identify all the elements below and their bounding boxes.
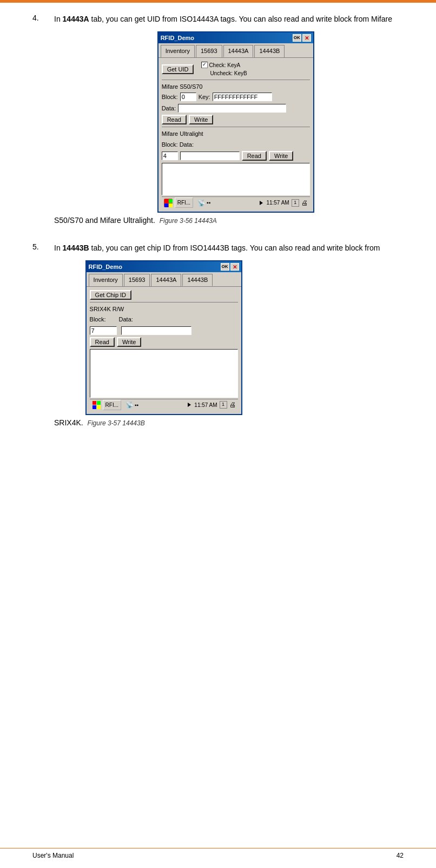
- dialog-titlebar-1: RFID_Demo OK ✕: [158, 32, 313, 43]
- figure-caption-2: Figure 3-57 14443B: [85, 418, 242, 428]
- write-button-2[interactable]: Write: [269, 151, 293, 161]
- item-text-before-4: In: [54, 15, 63, 23]
- antenna-icon-2: 📡: [125, 400, 134, 410]
- get-chip-id-row: Get Chip ID: [90, 290, 238, 300]
- tab-inventory-1[interactable]: Inventory: [161, 45, 195, 57]
- block-label-1: Block:: [162, 93, 178, 102]
- taskbar-time-1: 11:57 AM 1 🖨: [260, 198, 307, 208]
- checkbox-keya[interactable]: ✓ Check: KeyA: [201, 61, 247, 69]
- write-button-3[interactable]: Write: [117, 337, 141, 347]
- get-uid-button[interactable]: Get UID: [162, 64, 194, 74]
- write-button-1[interactable]: Write: [189, 115, 213, 124]
- figure-caption-1: Figure 3-56 14443A: [157, 216, 314, 226]
- key-input-1[interactable]: [213, 93, 272, 101]
- taskbar-time-2: 11:57 AM 1 🖨: [188, 400, 235, 410]
- read-write-row-2: Read Write: [90, 337, 238, 347]
- item-text-before-5: In: [54, 244, 63, 252]
- antenna-icon-1: 📡: [197, 198, 206, 208]
- tab-15693-2[interactable]: 15693: [124, 274, 150, 286]
- taskbar-app-1[interactable]: RFI...: [175, 198, 193, 208]
- taskbar-1: RFI... 📡 ▪▪ 11:57 AM 1 🖨: [162, 196, 310, 208]
- tab-14443b-1[interactable]: 14443B: [254, 45, 285, 57]
- ultralight-row: Block: Data:: [162, 140, 310, 149]
- dialog-title-buttons-2: OK ✕: [221, 263, 239, 271]
- get-uid-row: Get UID ✓ Check: KeyA Uncheck: KeyB: [162, 61, 310, 77]
- dialog-titlebar-2: RFID_Demo OK ✕: [87, 261, 241, 272]
- page-content: 4. In 14443A tab, you can get UID from I…: [0, 3, 436, 477]
- item-bold-4: 14443A: [63, 15, 89, 23]
- taskbar-2: RFI... 📡 ▪▪ 11:57 AM 1 🖨: [90, 399, 238, 411]
- dialog-body-1: Get UID ✓ Check: KeyA Uncheck: KeyB: [158, 58, 313, 212]
- checkbox-box-1: ✓: [201, 62, 208, 68]
- ultralight-data-input[interactable]: [180, 152, 240, 160]
- time-label-2: 11:57 AM: [194, 401, 217, 409]
- separator-1: [162, 80, 310, 80]
- srix-block-data-row: Block: Data:: [90, 315, 238, 324]
- ok-button-1[interactable]: OK: [293, 34, 301, 42]
- tab-14443a-1[interactable]: 14443A: [223, 45, 254, 57]
- mifare-ul-label: Mifare Ultralight: [162, 129, 310, 139]
- svg-rect-1: [169, 199, 173, 203]
- close-button-2[interactable]: ✕: [230, 263, 239, 271]
- figure-container-1: RFID_Demo OK ✕ Inventory 15693 14443A 14…: [157, 31, 314, 226]
- data-label-1: Data:: [162, 104, 176, 113]
- tab-14443b-2[interactable]: 14443B: [182, 274, 213, 286]
- separator-2: [162, 127, 310, 127]
- srix-inputs-row: [90, 326, 238, 335]
- output-area-2: [90, 349, 238, 398]
- block-data-label: Block: Data:: [162, 140, 194, 149]
- block-input-1[interactable]: [180, 93, 196, 101]
- start-button-2[interactable]: [92, 400, 101, 409]
- tab-inventory-2[interactable]: Inventory: [89, 274, 123, 286]
- svg-rect-7: [97, 405, 101, 409]
- mifare-s50-label: Mifare S50/S70: [162, 82, 310, 91]
- srix-block-input[interactable]: [90, 326, 117, 335]
- ultralight-block-input[interactable]: [162, 152, 178, 160]
- svg-rect-5: [97, 401, 101, 405]
- srix4k-label: SRIX4K R/W: [90, 305, 238, 314]
- ok-button-2[interactable]: OK: [221, 263, 229, 271]
- dialog-14443a: RFID_Demo OK ✕ Inventory 15693 14443A 14…: [157, 31, 314, 213]
- dialog-title-buttons-1: OK ✕: [293, 34, 311, 42]
- printer-icon-1: 🖨: [301, 198, 308, 208]
- arrow-icon-2: [188, 403, 191, 407]
- svg-rect-0: [164, 199, 168, 203]
- item-bold-5: 14443B: [63, 244, 89, 252]
- srix-data-input[interactable]: [121, 326, 191, 335]
- signal-icon-2: ▪▪: [135, 401, 138, 409]
- ultralight-inputs-row: Read Write: [162, 151, 310, 161]
- data-input-1[interactable]: [178, 104, 286, 113]
- svg-rect-3: [169, 203, 173, 207]
- tab-14443a-2[interactable]: 14443A: [151, 274, 181, 286]
- arrow-icon-1: [260, 201, 263, 205]
- data-row-1: Data:: [162, 104, 310, 113]
- get-chip-id-button[interactable]: Get Chip ID: [90, 290, 131, 300]
- read-write-row-1: Read Write: [162, 115, 310, 124]
- start-button-1[interactable]: [164, 199, 173, 207]
- block-label-2: Block:: [90, 315, 106, 324]
- printer-icon-2: 🖨: [229, 400, 236, 410]
- svg-rect-6: [93, 405, 96, 409]
- page-footer: User's Manual 42: [0, 848, 436, 863]
- read-button-2[interactable]: Read: [242, 151, 267, 161]
- read-button-1[interactable]: Read: [162, 115, 187, 124]
- key-label-1: Key:: [199, 93, 210, 102]
- footer-left: User's Manual: [32, 852, 74, 859]
- tab-15693-1[interactable]: 15693: [196, 45, 222, 57]
- dialog-tabs-1: Inventory 15693 14443A 14443B: [158, 43, 313, 58]
- item-text-5: In 14443B tab, you can get chip ID from …: [54, 242, 404, 429]
- read-button-3[interactable]: Read: [90, 337, 115, 347]
- close-button-1[interactable]: ✕: [302, 34, 311, 42]
- item-number-5: 5.: [32, 242, 49, 429]
- svg-rect-4: [93, 401, 96, 405]
- num-badge-1: 1: [292, 199, 299, 207]
- taskbar-icons-2: 📡 ▪▪: [125, 400, 138, 410]
- time-label-1: 11:57 AM: [266, 199, 289, 207]
- svg-rect-2: [164, 203, 168, 207]
- taskbar-app-2[interactable]: RFI...: [103, 400, 121, 410]
- list-item-5: 5. In 14443B tab, you can get chip ID fr…: [32, 242, 404, 429]
- dialog-title-2: RFID_Demo: [89, 262, 122, 272]
- footer-page: 42: [397, 852, 404, 859]
- data-label-2: Data:: [119, 315, 133, 324]
- item-number-4: 4.: [32, 14, 49, 226]
